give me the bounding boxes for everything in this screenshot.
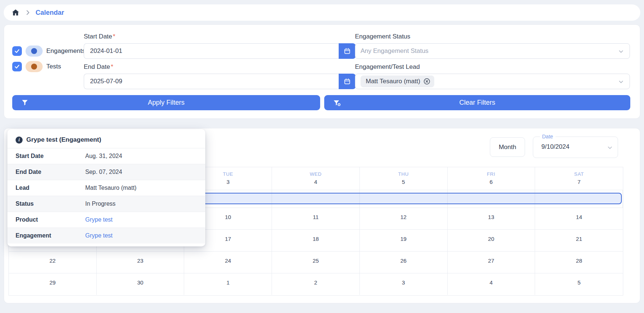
day-cell[interactable]: 3 <box>360 273 448 295</box>
clear-filters-button[interactable]: Clear Filters <box>324 95 630 110</box>
day-cell[interactable]: 23 <box>97 252 185 273</box>
end-date-group <box>84 74 356 89</box>
required-asterisk: * <box>111 63 113 70</box>
apply-filters-button[interactable]: Apply Filters <box>12 95 320 110</box>
end-date-picker-button[interactable] <box>339 74 356 89</box>
day-cell[interactable]: 25 <box>272 252 360 273</box>
tests-toggle-row: Tests <box>12 61 61 72</box>
engagements-color-badge <box>26 46 43 57</box>
day-cell[interactable]: 29 <box>9 273 97 295</box>
tooltip-row-status: Status In Progress <box>7 196 205 212</box>
day-cell[interactable]: 26 <box>360 252 448 273</box>
lead-select[interactable]: Matt Tesauro (matt) <box>355 74 630 89</box>
day-cell[interactable]: 24 <box>184 252 272 273</box>
day-cell[interactable]: 21 <box>535 230 623 251</box>
calendar-view-month-button[interactable]: Month <box>490 137 525 157</box>
tooltip-row-start-date: Start Date Aug. 31, 2024 <box>7 148 205 164</box>
day-cell[interactable]: 28 <box>535 252 623 273</box>
calendar-icon <box>343 78 351 85</box>
engagement-status-placeholder: Any Engagement Status <box>361 47 428 55</box>
day-cell[interactable]: 19 <box>360 230 448 251</box>
tests-checkbox[interactable] <box>12 62 22 71</box>
tooltip-row-end-date: End Date Sep. 07, 2024 <box>7 164 205 180</box>
calendar-header-cell: WED4 <box>272 167 360 190</box>
end-date-label: End Date* <box>84 63 113 71</box>
calendar-icon <box>343 47 351 55</box>
start-date-label: Start Date* <box>84 33 115 40</box>
day-cell[interactable]: 11 <box>272 208 360 229</box>
engagements-dot-icon <box>31 48 37 54</box>
calendar-date-select-label: Date <box>540 134 555 139</box>
home-icon[interactable] <box>11 8 20 17</box>
chevron-right-icon <box>24 9 31 16</box>
tooltip-row-engagement: Engagement Grype test <box>7 228 205 243</box>
day-cell[interactable]: 22 <box>9 252 97 273</box>
product-link[interactable]: Grype test <box>85 216 113 223</box>
engagement-status-label: Engagement Status <box>355 33 410 40</box>
day-cell[interactable]: 14 <box>535 208 623 229</box>
day-cell[interactable]: 27 <box>448 252 535 273</box>
engagements-checkbox[interactable] <box>12 46 22 56</box>
lead-chip: Matt Tesauro (matt) <box>361 75 434 87</box>
calendar-header-cell: THU5 <box>360 167 448 190</box>
event-tooltip: i Grype test (Engagement) Start Date Aug… <box>7 129 205 246</box>
day-cell[interactable]: 5 <box>535 273 623 295</box>
calendar-date-select[interactable]: Date 9/10/2024 <box>533 137 618 158</box>
day-cell[interactable]: 30 <box>97 273 185 295</box>
tooltip-row-lead: Lead Matt Tesauro (matt) <box>7 180 205 196</box>
day-cell[interactable]: 20 <box>448 230 535 251</box>
event-tooltip-header: i Grype test (Engagement) <box>7 129 205 148</box>
breadcrumb-current-calendar[interactable]: Calendar <box>36 9 64 17</box>
filter-clear-icon <box>333 99 341 107</box>
filters-panel: Engagements Tests Start Date* End Date* … <box>4 24 640 119</box>
remove-lead-icon[interactable] <box>423 78 431 85</box>
day-cell[interactable]: 1 <box>184 273 272 295</box>
tests-dot-icon <box>31 64 37 70</box>
engagements-toggle-label: Engagements <box>46 47 85 55</box>
day-cell[interactable]: 2 <box>272 273 360 295</box>
tests-color-badge <box>26 61 43 72</box>
lead-label: Engagement/Test Lead <box>355 63 420 71</box>
day-cell[interactable]: 12 <box>360 208 448 229</box>
calendar-header-cell: FRI6 <box>448 167 535 190</box>
filter-icon <box>21 99 29 106</box>
day-cell[interactable]: 18 <box>272 230 360 251</box>
tests-toggle-label: Tests <box>46 63 61 70</box>
calendar-header-cell: SAT7 <box>535 167 623 190</box>
start-date-group <box>84 43 356 59</box>
engagements-toggle-row: Engagements <box>12 46 85 57</box>
event-tooltip-title: Grype test (Engagement) <box>26 136 101 144</box>
start-date-picker-button[interactable] <box>339 43 356 59</box>
tooltip-row-product: Product Grype test <box>7 212 205 228</box>
day-cell[interactable]: 13 <box>448 208 535 229</box>
info-icon: i <box>16 137 23 144</box>
calendar-week-row: 29 30 1 2 3 4 5 <box>9 273 623 295</box>
chevron-down-icon <box>618 78 624 85</box>
chevron-down-icon <box>607 144 613 151</box>
end-date-input[interactable] <box>84 74 339 89</box>
engagement-link[interactable]: Grype test <box>85 232 113 239</box>
chevron-down-icon <box>618 48 624 55</box>
engagement-status-select[interactable]: Any Engagement Status <box>355 43 630 59</box>
day-cell[interactable]: 4 <box>448 273 535 295</box>
lead-chip-text: Matt Tesauro (matt) <box>366 78 420 85</box>
calendar-week-row: 22 23 24 25 26 27 28 <box>9 252 623 273</box>
calendar-date-select-value: 9/10/2024 <box>541 143 570 151</box>
required-asterisk: * <box>113 33 116 40</box>
breadcrumb: Calendar <box>4 4 640 21</box>
start-date-input[interactable] <box>84 43 339 59</box>
